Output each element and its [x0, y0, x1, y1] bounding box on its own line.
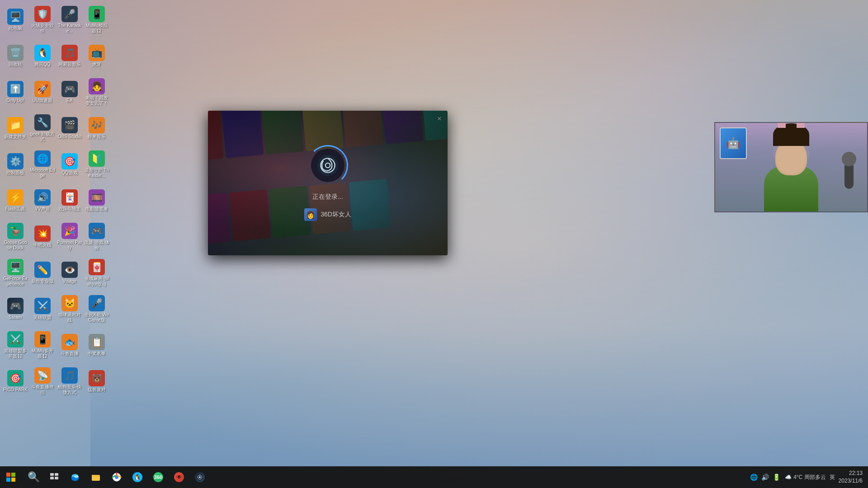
hero-union2-label: 英雄联盟多开器12 — [3, 348, 28, 359]
desktop-icon-flashtool[interactable]: ⚡Flash工具 — [2, 183, 29, 219]
qq-games-label: QQ游戏 — [61, 170, 78, 176]
desktop-icon-edge[interactable]: 🌐Microsoft Edge — [29, 146, 56, 183]
desktop-icon-mahjong[interactable]: 🀄雀魂麻将 (Mahjong...) — [83, 255, 110, 291]
mumu-multi-label: MuMu多开器12 — [30, 348, 55, 359]
clock-date: 2023/11/6 — [839, 477, 863, 485]
tray-battery-icon[interactable]: 🔋 — [772, 473, 781, 482]
desktop-icon-tencentqq[interactable]: 🐧腾讯QQ — [29, 38, 56, 74]
desktop-icon-xiami-music[interactable]: 🎶虾米音乐 — [83, 110, 110, 146]
desktop-icon-geforce[interactable]: 🖥️GeForce Experience — [2, 255, 29, 291]
steam-icon: 🎮 — [7, 298, 24, 314]
svg-rect-5 — [6, 473, 10, 477]
recycle-icon: 🗑️ — [7, 45, 24, 61]
desktop-icon-steam[interactable]: 🎮Steam — [2, 291, 29, 327]
start-button[interactable] — [0, 466, 22, 488]
desktop-icon-uu-speed[interactable]: 🚀UU加速器 — [29, 74, 56, 110]
taskbar-steam[interactable] — [190, 467, 210, 487]
desktop-icon-control-panel[interactable]: ⚙️控制面板 — [2, 146, 29, 183]
pummel-party-icon: 🎉 — [61, 223, 78, 239]
desktop-icon-douyu-live[interactable]: 🐟斗鱼直播 — [56, 327, 83, 363]
desktop-icon-vv-sound[interactable]: 🔊VV声音 — [29, 183, 56, 219]
steam-game1-icon: 💥 — [34, 225, 51, 242]
taskbar-vision[interactable]: 👁 — [169, 467, 189, 487]
vv-sound-label: VV声音 — [35, 206, 50, 212]
taskbar-edge[interactable] — [65, 467, 85, 487]
desktop-icon-goose-duck[interactable]: 🦆Goose Goose Duck — [2, 219, 29, 255]
desktop-icon-monster-party[interactable]: 🐻猛兽派对 — [83, 363, 110, 399]
dialog-close-button[interactable]: × — [435, 114, 444, 123]
desktop-icon-douyu-partner[interactable]: 📡斗鱼直播伴侣 — [29, 363, 56, 399]
pico-park-label: PICO PARK — [3, 387, 28, 393]
taskbar-taskview[interactable] — [44, 467, 64, 487]
taskbar-tencent[interactable]: 🐧 — [127, 467, 147, 487]
svg-rect-10 — [55, 473, 58, 476]
taskbar-browser[interactable] — [107, 467, 127, 487]
desktop-icon-netease-music[interactable]: 🎵网易云音乐 — [56, 38, 83, 74]
svg-rect-16 — [92, 475, 95, 476]
svg-point-21 — [199, 476, 201, 478]
karaoke-label: The Karaoke... — [57, 23, 82, 34]
tray-weather[interactable]: ☁️ 4°C 周部多云 — [785, 474, 826, 481]
douyu-partner-label: 斗鱼直播伴侣 — [30, 385, 55, 395]
quanmin-k-icon: 🎤 — [89, 295, 105, 311]
new-doc-label: 新建文件夹 — [4, 134, 27, 140]
ea-label: EA — [66, 98, 72, 103]
desktop-icon-only-up[interactable]: ⬆️Only Up! — [2, 74, 29, 110]
desktop-icon-shape-guard[interactable]: 🔰逆形守护 The indie... — [83, 146, 110, 183]
huya-label: 虎牙 — [92, 62, 101, 67]
desktop-icon-visage[interactable]: 👁️Visage — [56, 255, 83, 291]
desktop-icon-quanmin-k[interactable]: 🎤全民K歌 WeGame版 — [83, 291, 110, 327]
desktop-icon-game-experience[interactable]: 🎮茂盛·游戏 体验 — [83, 219, 110, 255]
desktop-icon-obs[interactable]: 🎬OBS Studio — [56, 110, 83, 146]
mumu-multi-icon: 📱 — [34, 331, 51, 347]
desktop-icon-game-icon1[interactable]: 👧来啦！我改变女儿了！ — [83, 74, 110, 110]
taskbar-360[interactable]: 360 — [148, 467, 168, 487]
desktop-icon-mumu-multi[interactable]: 📱MuMu多开器12 — [29, 327, 56, 363]
xiezuo-icon: ✏️ — [34, 262, 51, 278]
lottery-label: 中奖名单 — [88, 351, 106, 357]
desktop-icon-hero-union[interactable]: ⚔️英雄联盟 — [29, 291, 56, 327]
recycle-bin-label: 此电脑 — [9, 26, 22, 31]
tray-language[interactable]: 英 — [830, 474, 835, 481]
edge-icon: 🌐 — [34, 150, 51, 167]
taskbar-pinned-apps: 🔍 — [24, 467, 210, 487]
taskbar-search[interactable]: 🔍 — [24, 467, 43, 487]
desktop-icon-happy-fight[interactable]: 🃏欢乐斗地主 — [56, 183, 83, 219]
desktop-icon-recycle[interactable]: 🗑️回收站 — [2, 38, 29, 74]
goose-duck-label: Goose Goose Duck — [3, 240, 28, 251]
desktop-icon-new-doc[interactable]: 📁新建文件夹 — [2, 110, 29, 146]
desktop-icon-lottery[interactable]: 📋中奖名单 — [83, 327, 110, 363]
flashtool-label: Flash工具 — [5, 206, 25, 212]
ea-icon: 🎮 — [61, 81, 78, 97]
desktop-icon-ea[interactable]: 🎮EA — [56, 74, 83, 110]
user-avatar: 👩 — [304, 208, 317, 221]
tray-network-icon[interactable]: 🌐 — [749, 473, 759, 482]
taskbar-explorer[interactable] — [86, 467, 106, 487]
only-up-label: Only Up! — [7, 98, 24, 103]
desktop-icon-hero-union2[interactable]: ⚔️英雄联盟多开器12 — [2, 327, 29, 363]
svg-rect-9 — [50, 473, 54, 476]
desktop-icon-mumu[interactable]: 📱MuMu模拟器12 — [83, 2, 110, 38]
tray-clock[interactable]: 22:13 2023/11/6 — [839, 469, 863, 485]
desktop-icon-pico-park[interactable]: 🎯PICO PARK — [2, 363, 29, 399]
desktop-icon-steam-game1[interactable]: 💥中吧火线 — [29, 219, 56, 255]
desktop-icon-kugou-music[interactable]: 🎵酷狗音乐·快捷方式 — [56, 363, 83, 399]
desktop-icon-cat-fight[interactable]: 🐱猫咪派对对战 — [56, 291, 83, 327]
visage-label: Visage — [63, 279, 76, 284]
qq-games-icon: 🎯 — [61, 153, 78, 169]
huya-icon: 📺 — [89, 45, 105, 61]
tray-volume-icon[interactable]: 🔊 — [760, 473, 770, 482]
desktop-icon-fire-security[interactable]: 🛡️火绒安全软件 — [29, 2, 56, 38]
svg-rect-11 — [50, 477, 54, 479]
desktop-icon-geek[interactable]: 🔧geek·卸载方式 — [29, 110, 56, 146]
desktop-icon-huya[interactable]: 📺虎牙 — [83, 38, 110, 74]
desktop-icon-xiezuo[interactable]: ✏️新作专业版 — [29, 255, 56, 291]
desktop-icon-recycle-bin[interactable]: 🖥️此电脑 — [2, 2, 29, 38]
mahjong-icon: 🀄 — [89, 259, 105, 275]
mumu-icon: 📱 — [89, 6, 105, 22]
desktop-icon-qq-games[interactable]: 🎯QQ游戏 — [56, 146, 83, 183]
desktop-icon-pummel-party[interactable]: 🎉Pummel Party — [56, 219, 83, 255]
desktop-icon-karaoke[interactable]: 🎤The Karaoke... — [56, 2, 83, 38]
shape-guard-label: 逆形守护 The indie... — [84, 168, 109, 178]
desktop-icon-movie-notes[interactable]: 🎞️电影随笔者 — [83, 183, 110, 219]
